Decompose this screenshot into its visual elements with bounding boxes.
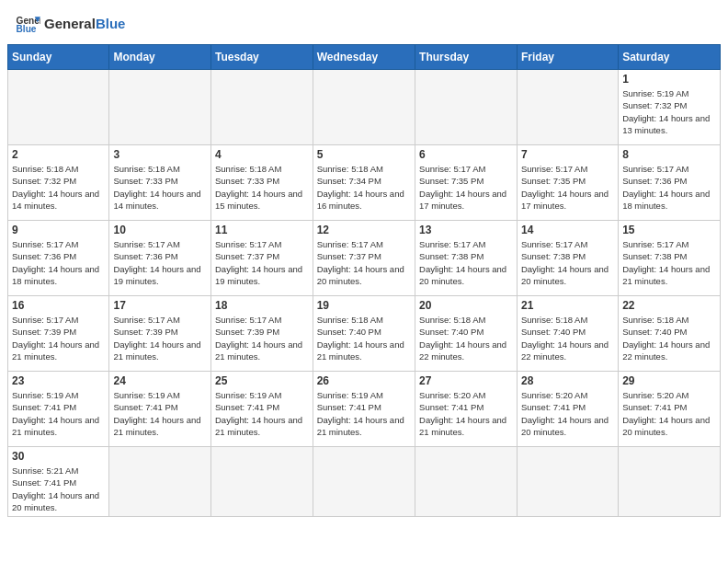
- day-number: 12: [317, 224, 411, 236]
- day-info: Sunrise: 5:18 AMSunset: 7:40 PMDaylight:…: [419, 314, 513, 362]
- day-info: Sunrise: 5:17 AMSunset: 7:38 PMDaylight:…: [622, 238, 716, 287]
- calendar-day-cell: [109, 447, 211, 517]
- day-info: Sunrise: 5:17 AMSunset: 7:35 PMDaylight:…: [419, 163, 513, 212]
- calendar-day-cell: 7Sunrise: 5:17 AMSunset: 7:35 PMDaylight…: [517, 145, 618, 221]
- day-number: 10: [113, 224, 207, 236]
- day-number: 2: [12, 148, 105, 161]
- calendar-day-cell: 28Sunrise: 5:20 AMSunset: 7:41 PMDayligh…: [517, 372, 618, 447]
- day-info: Sunrise: 5:20 AMSunset: 7:41 PMDaylight:…: [521, 389, 614, 438]
- calendar-day-cell: 11Sunrise: 5:17 AMSunset: 7:37 PMDayligh…: [211, 221, 313, 296]
- day-info: Sunrise: 5:18 AMSunset: 7:40 PMDaylight:…: [521, 314, 614, 362]
- day-info: Sunrise: 5:17 AMSunset: 7:38 PMDaylight:…: [521, 238, 614, 287]
- day-info: Sunrise: 5:21 AMSunset: 7:41 PMDaylight:…: [12, 465, 105, 513]
- calendar-day-header: Monday: [109, 45, 211, 70]
- day-info: Sunrise: 5:18 AMSunset: 7:32 PMDaylight:…: [12, 163, 105, 212]
- general-blue-icon: General Blue: [15, 11, 40, 37]
- day-info: Sunrise: 5:18 AMSunset: 7:34 PMDaylight:…: [317, 163, 411, 212]
- day-number: 19: [317, 299, 411, 312]
- day-number: 7: [521, 148, 614, 161]
- day-number: 17: [113, 299, 207, 312]
- svg-text:Blue: Blue: [17, 24, 37, 34]
- day-info: Sunrise: 5:19 AMSunset: 7:41 PMDaylight:…: [317, 389, 411, 438]
- calendar-wrapper: SundayMondayTuesdayWednesdayThursdayFrid…: [0, 44, 728, 524]
- day-number: 23: [12, 374, 105, 387]
- day-number: 18: [215, 299, 309, 312]
- calendar-day-cell: [211, 447, 313, 517]
- calendar-day-cell: [517, 447, 618, 517]
- calendar-week-row: 2Sunrise: 5:18 AMSunset: 7:32 PMDaylight…: [8, 145, 721, 221]
- calendar-day-cell: 20Sunrise: 5:18 AMSunset: 7:40 PMDayligh…: [415, 296, 518, 372]
- calendar-day-header: Sunday: [8, 45, 109, 70]
- day-number: 29: [622, 374, 716, 387]
- calendar-day-cell: 13Sunrise: 5:17 AMSunset: 7:38 PMDayligh…: [415, 221, 518, 296]
- day-number: 16: [12, 299, 105, 312]
- day-number: 14: [521, 224, 614, 236]
- day-info: Sunrise: 5:17 AMSunset: 7:36 PMDaylight:…: [12, 238, 105, 287]
- day-info: Sunrise: 5:17 AMSunset: 7:39 PMDaylight:…: [12, 314, 105, 362]
- day-number: 24: [113, 374, 207, 387]
- day-info: Sunrise: 5:19 AMSunset: 7:41 PMDaylight:…: [12, 389, 105, 438]
- calendar-day-cell: 10Sunrise: 5:17 AMSunset: 7:36 PMDayligh…: [109, 221, 211, 296]
- day-info: Sunrise: 5:18 AMSunset: 7:40 PMDaylight:…: [622, 314, 716, 362]
- day-number: 13: [419, 224, 513, 236]
- day-info: Sunrise: 5:20 AMSunset: 7:41 PMDaylight:…: [622, 389, 716, 438]
- calendar-day-cell: 25Sunrise: 5:19 AMSunset: 7:41 PMDayligh…: [211, 372, 313, 447]
- day-number: 8: [622, 148, 716, 161]
- calendar-day-cell: 6Sunrise: 5:17 AMSunset: 7:35 PMDaylight…: [415, 145, 518, 221]
- calendar-day-cell: [109, 70, 211, 145]
- calendar-day-cell: 1Sunrise: 5:19 AMSunset: 7:32 PMDaylight…: [619, 70, 721, 145]
- calendar-week-row: 16Sunrise: 5:17 AMSunset: 7:39 PMDayligh…: [8, 296, 721, 372]
- calendar-day-cell: 2Sunrise: 5:18 AMSunset: 7:32 PMDaylight…: [8, 145, 109, 221]
- calendar-day-cell: [313, 447, 415, 517]
- day-number: 20: [419, 299, 513, 312]
- day-info: Sunrise: 5:17 AMSunset: 7:39 PMDaylight:…: [113, 314, 207, 362]
- day-number: 21: [521, 299, 614, 312]
- calendar-week-row: 9Sunrise: 5:17 AMSunset: 7:36 PMDaylight…: [8, 221, 721, 296]
- calendar-day-cell: 16Sunrise: 5:17 AMSunset: 7:39 PMDayligh…: [8, 296, 109, 372]
- calendar-day-header: Wednesday: [313, 45, 415, 70]
- calendar-day-cell: 9Sunrise: 5:17 AMSunset: 7:36 PMDaylight…: [8, 221, 109, 296]
- day-info: Sunrise: 5:17 AMSunset: 7:39 PMDaylight:…: [215, 314, 309, 362]
- day-number: 30: [12, 450, 105, 463]
- day-number: 22: [622, 299, 716, 312]
- calendar-day-cell: [415, 70, 518, 145]
- calendar-day-cell: 30Sunrise: 5:21 AMSunset: 7:41 PMDayligh…: [8, 447, 109, 517]
- logo-text: GeneralBlue: [44, 17, 125, 32]
- calendar-day-cell: [415, 447, 518, 517]
- calendar-header-row: SundayMondayTuesdayWednesdayThursdayFrid…: [8, 45, 721, 70]
- day-number: 6: [419, 148, 513, 161]
- calendar-day-cell: 3Sunrise: 5:18 AMSunset: 7:33 PMDaylight…: [109, 145, 211, 221]
- calendar-day-header: Tuesday: [211, 45, 313, 70]
- day-info: Sunrise: 5:18 AMSunset: 7:40 PMDaylight:…: [317, 314, 411, 362]
- calendar-day-cell: 26Sunrise: 5:19 AMSunset: 7:41 PMDayligh…: [313, 372, 415, 447]
- calendar-day-cell: 19Sunrise: 5:18 AMSunset: 7:40 PMDayligh…: [313, 296, 415, 372]
- day-info: Sunrise: 5:17 AMSunset: 7:36 PMDaylight:…: [113, 238, 207, 287]
- calendar-week-row: 30Sunrise: 5:21 AMSunset: 7:41 PMDayligh…: [8, 447, 721, 517]
- calendar-day-cell: [211, 70, 313, 145]
- calendar-day-cell: 8Sunrise: 5:17 AMSunset: 7:36 PMDaylight…: [619, 145, 721, 221]
- day-info: Sunrise: 5:19 AMSunset: 7:41 PMDaylight:…: [113, 389, 207, 438]
- day-info: Sunrise: 5:18 AMSunset: 7:33 PMDaylight:…: [215, 163, 309, 212]
- day-number: 15: [622, 224, 716, 236]
- page-header: General Blue GeneralBlue: [0, 0, 728, 44]
- calendar-day-cell: [313, 70, 415, 145]
- calendar-day-cell: [619, 447, 721, 517]
- calendar-day-cell: 14Sunrise: 5:17 AMSunset: 7:38 PMDayligh…: [517, 221, 618, 296]
- calendar-day-cell: 24Sunrise: 5:19 AMSunset: 7:41 PMDayligh…: [109, 372, 211, 447]
- day-number: 11: [215, 224, 309, 236]
- calendar-day-header: Friday: [517, 45, 618, 70]
- day-info: Sunrise: 5:17 AMSunset: 7:38 PMDaylight:…: [419, 238, 513, 287]
- day-number: 26: [317, 374, 411, 387]
- day-number: 3: [113, 148, 207, 161]
- day-info: Sunrise: 5:19 AMSunset: 7:32 PMDaylight:…: [622, 87, 716, 136]
- calendar-day-cell: 29Sunrise: 5:20 AMSunset: 7:41 PMDayligh…: [619, 372, 721, 447]
- calendar-week-row: 23Sunrise: 5:19 AMSunset: 7:41 PMDayligh…: [8, 372, 721, 447]
- calendar-day-cell: 15Sunrise: 5:17 AMSunset: 7:38 PMDayligh…: [619, 221, 721, 296]
- calendar-day-cell: 22Sunrise: 5:18 AMSunset: 7:40 PMDayligh…: [619, 296, 721, 372]
- day-number: 1: [622, 73, 716, 86]
- calendar-day-cell: 18Sunrise: 5:17 AMSunset: 7:39 PMDayligh…: [211, 296, 313, 372]
- logo: General Blue GeneralBlue: [15, 11, 125, 37]
- day-info: Sunrise: 5:19 AMSunset: 7:41 PMDaylight:…: [215, 389, 309, 438]
- calendar-day-cell: 12Sunrise: 5:17 AMSunset: 7:37 PMDayligh…: [313, 221, 415, 296]
- day-number: 4: [215, 148, 309, 161]
